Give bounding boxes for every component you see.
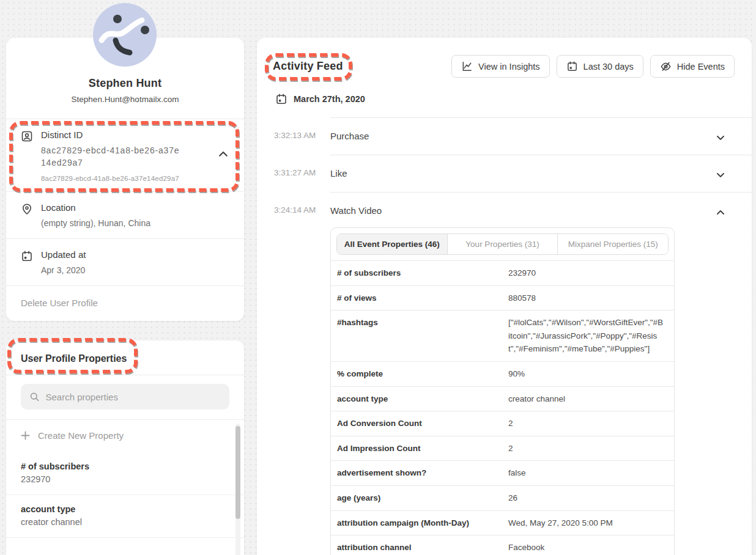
date-header-label: March 27th, 2020 xyxy=(294,94,365,104)
search-icon xyxy=(29,391,39,402)
collapse-event-button chevron-up-icon[interactable] xyxy=(716,208,725,216)
property-value: 232970 xyxy=(508,266,674,280)
search-properties-input[interactable] xyxy=(45,392,221,402)
calendar-icon xyxy=(21,250,33,262)
property-value: 880578 xyxy=(508,292,674,305)
properties-list: Create New Property # of subscribers 232… xyxy=(6,420,244,555)
property-key: #hashtags xyxy=(331,316,508,356)
properties-scrollbar-thumb[interactable] xyxy=(235,426,240,519)
event-name: Purchase xyxy=(330,131,369,141)
date-range-button[interactable]: Last 30 days xyxy=(557,55,643,78)
location-value: (empty string), Hunan, China xyxy=(41,217,229,229)
activity-feed-card: Activity Feed View in Insights Last 30 d… xyxy=(257,38,752,555)
property-key: % complete xyxy=(331,367,508,381)
properties-header: User Profile Properties xyxy=(6,340,244,375)
property-key: Ad Conversion Count xyxy=(331,417,508,430)
event-row-purchase[interactable]: 3:32:13 AM Purchase xyxy=(257,117,752,155)
property-value: ["#lolCats","#Wilson","#WorstGiftEver","… xyxy=(508,316,673,356)
property-list-item[interactable]: account type creator channel xyxy=(6,494,244,537)
distinct-id-label: Distinct ID xyxy=(41,130,229,140)
table-row: advertisement shown? false xyxy=(331,460,674,485)
user-name: Stephen Hunt xyxy=(18,77,232,90)
event-time: 3:32:13 AM xyxy=(257,117,330,155)
create-new-property-button[interactable]: Create New Property xyxy=(6,420,244,452)
property-value: Wed, May 27, 2020 5:00 PM xyxy=(508,516,674,530)
view-in-insights-label: View in Insights xyxy=(478,62,539,72)
map-pin-icon xyxy=(21,203,33,215)
date-header: March 27th, 2020 xyxy=(257,78,752,105)
event-row-watch-video[interactable]: 3:24:14 AM Watch Video xyxy=(257,192,752,224)
property-list-item[interactable] xyxy=(6,537,244,555)
table-row: age (years) 26 xyxy=(331,485,674,510)
expand-event-button chevron-down-icon[interactable] xyxy=(716,171,725,179)
insights-chart-icon xyxy=(461,61,473,72)
event-time: 3:31:27 AM xyxy=(257,155,330,192)
event-name: Like xyxy=(330,168,347,178)
property-value: creator channel xyxy=(21,517,229,527)
table-row: #hashtags ["#lolCats","#Wilson","#WorstG… xyxy=(331,310,674,361)
calendar-icon xyxy=(566,61,578,72)
search-properties-field[interactable] xyxy=(21,384,229,410)
property-value: Facebook xyxy=(508,541,674,554)
date-range-label: Last 30 days xyxy=(584,62,634,72)
table-row: account type creator channel xyxy=(331,386,674,411)
event-name: Watch Video xyxy=(330,205,382,216)
plus-icon xyxy=(21,431,30,440)
table-row: # of views 880578 xyxy=(331,285,674,311)
property-value: false xyxy=(508,466,674,480)
properties-title: User Profile Properties xyxy=(21,353,229,364)
event-properties-table: # of subscribers 232970 # of views 88057… xyxy=(331,260,674,555)
property-value: 232970 xyxy=(21,474,229,484)
calendar-icon xyxy=(275,93,287,105)
event-properties-panel: All Event Properties (46) Your Propertie… xyxy=(330,227,675,555)
view-in-insights-button[interactable]: View in Insights xyxy=(451,55,549,78)
user-email: Stephen.Hunt@hotmailx.com xyxy=(18,95,232,104)
tab-mixpanel-properties[interactable]: Mixpanel Properties (15) xyxy=(557,234,668,254)
location-label: Location xyxy=(41,202,229,213)
hide-events-label: Hide Events xyxy=(677,62,725,72)
property-value: creator channel xyxy=(508,392,674,406)
table-row: Ad Conversion Count 2 xyxy=(331,411,674,436)
event-time: 3:24:14 AM xyxy=(257,192,330,224)
distinct-id-section: Distinct ID 8ac27829-ebcd-41a8-be26-a37e… xyxy=(6,119,244,191)
expand-event-button chevron-down-icon[interactable] xyxy=(716,133,725,142)
property-key: account type xyxy=(331,392,508,406)
create-new-property-label: Create New Property xyxy=(38,430,124,441)
property-value: 2 xyxy=(508,417,674,430)
property-name: account type xyxy=(21,504,229,514)
property-name: # of subscribers xyxy=(21,461,229,471)
property-key: advertisement shown? xyxy=(331,466,508,480)
delete-user-profile-button[interactable]: Delete User Profile xyxy=(6,285,244,321)
eye-off-icon xyxy=(660,61,672,72)
table-row: % complete 90% xyxy=(331,361,674,386)
table-row: attribution campaign (Month-Day) Wed, Ma… xyxy=(331,510,674,535)
user-profile-properties-card: User Profile Properties Create New Prope… xyxy=(6,340,244,555)
updated-at-value: Apr 3, 2020 xyxy=(41,264,229,276)
property-value: 90% xyxy=(508,367,674,381)
distinct-id-value: 8ac27829-ebcd-41a8-be26-a37e14ed29a7 xyxy=(41,144,183,169)
hide-events-button[interactable]: Hide Events xyxy=(650,55,735,78)
property-list-item[interactable]: # of subscribers 232970 xyxy=(6,452,244,494)
property-key: # of subscribers xyxy=(331,266,508,280)
event-properties-tabs: All Event Properties (46) Your Propertie… xyxy=(336,233,669,255)
distinct-id-subvalue: 8ac27829-ebcd-41a8-be26-a37e14ed29a7 xyxy=(41,175,229,182)
table-row: Ad Impression Count 2 xyxy=(331,436,674,461)
table-row: attribution channel Facebook xyxy=(331,535,674,555)
property-key: attribution campaign (Month-Day) xyxy=(331,516,508,530)
tab-all-event-properties[interactable]: All Event Properties (46) xyxy=(337,234,447,254)
updated-at-section: Updated at Apr 3, 2020 xyxy=(6,238,244,285)
event-row-like[interactable]: 3:31:27 AM Like xyxy=(257,155,752,192)
distinct-id-collapse-button chevron-up-icon[interactable] xyxy=(218,150,228,160)
property-key: age (years) xyxy=(331,491,508,505)
contact-badge-icon xyxy=(21,130,33,142)
property-value: 26 xyxy=(508,491,674,505)
property-key: Ad Impression Count xyxy=(331,442,508,455)
updated-at-label: Updated at xyxy=(41,249,229,260)
property-key: attribution channel xyxy=(331,541,508,554)
property-value: 2 xyxy=(508,442,674,455)
table-row: # of subscribers 232970 xyxy=(331,260,674,285)
location-section: Location (empty string), Hunan, China xyxy=(6,191,244,238)
property-key: # of views xyxy=(331,292,508,305)
user-profile-card: Stephen Hunt Stephen.Hunt@hotmailx.com D… xyxy=(6,38,244,321)
tab-your-properties[interactable]: Your Properties (31) xyxy=(447,234,558,254)
